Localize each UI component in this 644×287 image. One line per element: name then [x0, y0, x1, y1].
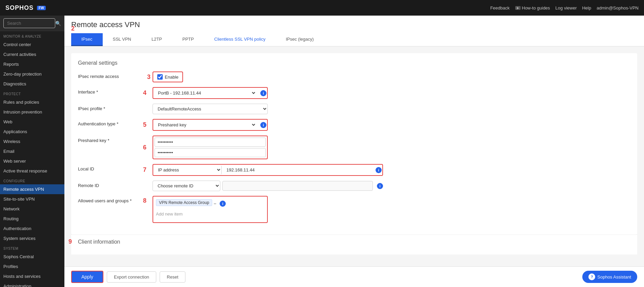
sidebar-item-web[interactable]: Web [0, 117, 64, 127]
remote-id-input[interactable] [222, 181, 373, 191]
ipsec-profile-row: IPsec profile * DefaultRemoteAccess [78, 104, 630, 114]
local-id-label: Local ID [78, 164, 153, 171]
sophos-assistant-button[interactable]: ? Sophos Assistant [582, 271, 637, 283]
assistant-question-icon: ? [588, 273, 595, 280]
sidebar-item-zero-day-protection[interactable]: Zero-day protection [0, 69, 64, 79]
local-id-row: Local ID 7 IP address FQDN Email DER ASN [78, 164, 630, 176]
sidebar-item-applications[interactable]: Applications [0, 127, 64, 137]
sidebar-item-remote-access-vpn[interactable]: Remote access VPN [0, 184, 64, 194]
step-4-callout: 4 [143, 89, 146, 97]
allowed-users-control: 8 VPN Remote Access Group − i Add new it… [153, 196, 390, 223]
interface-select[interactable]: PortB - 192.168.11.44 PortA - 192.168.1.… [154, 88, 256, 98]
sidebar-item-diagnostics[interactable]: Diagnostics [0, 79, 64, 89]
sidebar-item-system-services[interactable]: System services [0, 233, 64, 243]
local-id-type-select[interactable]: IP address FQDN Email DER ASN1 DN [154, 165, 222, 175]
top-bar-links: Feedback How-to guides Log viewer Help a… [490, 5, 639, 11]
local-id-info-icon[interactable]: i [376, 167, 382, 173]
ipsec-profile-label: IPsec profile * [78, 104, 153, 111]
sidebar-item-active-threat-response[interactable]: Active threat response [0, 166, 64, 176]
sidebar-item-control-center[interactable]: Control center [0, 40, 64, 49]
interface-info-icon[interactable]: i [260, 90, 266, 96]
interface-box: PortB - 192.168.11.44 PortA - 192.168.1.… [153, 87, 268, 99]
local-id-input[interactable] [224, 166, 371, 174]
tab-clientless-ssl-vpn-policy[interactable]: Clientless SSL VPN policy [204, 33, 276, 46]
sidebar-item-hosts-and-services[interactable]: Hosts and services [0, 271, 64, 281]
step-2-callout: 2 [71, 25, 75, 32]
step-8-callout: 8 [143, 197, 146, 204]
reset-button[interactable]: Reset [160, 271, 185, 283]
log-viewer-link[interactable]: Log viewer [556, 5, 577, 11]
main-content: Remote access VPN 2 IPsecSSL VPNL2TPPPTP… [64, 16, 644, 287]
add-new-item-button[interactable]: Add new item [156, 210, 264, 218]
remote-id-type-select[interactable]: Choose remote ID IP address FQDN [153, 181, 220, 191]
sidebar-item-email[interactable]: Email [0, 146, 64, 156]
local-id-box: IP address FQDN Email DER ASN1 DN i [153, 164, 383, 176]
sidebar: 🔍 MONITOR & ANALYZEControl centerCurrent… [0, 16, 64, 287]
search-input[interactable] [3, 18, 55, 28]
auth-type-control: 5 Preshared key Digital certificate RSA … [153, 119, 390, 131]
tabs-bar: IPsecSSL VPNL2TPPPTPClientless SSL VPN p… [71, 33, 637, 46]
interface-control: 4 PortB - 192.168.11.44 PortA - 192.168.… [153, 87, 390, 99]
allowed-users-label: Allowed users and groups * [78, 196, 153, 203]
video-icon [515, 6, 521, 10]
tab-ipsec[interactable]: IPsec [71, 33, 103, 46]
sidebar-item-sophos-central[interactable]: Sophos Central [0, 252, 64, 262]
admin-link[interactable]: admin@Sophos-VPN [597, 5, 639, 11]
sidebar-item-network[interactable]: Network [0, 204, 64, 214]
tab-l2tp[interactable]: L2TP [141, 33, 172, 46]
preshared-key-control: 6 [153, 136, 390, 159]
sidebar-section-label-protect: PROTECT [0, 89, 64, 97]
remote-id-label: Remote ID [78, 181, 153, 188]
tab-pptp[interactable]: PPTP [172, 33, 204, 46]
sidebar-item-routing[interactable]: Routing [0, 214, 64, 224]
client-info-section: 9 Client information [71, 234, 637, 254]
sidebar-item-profiles[interactable]: Profiles [0, 262, 64, 271]
sidebar-item-administration[interactable]: Administration [0, 281, 64, 287]
help-link[interactable]: Help [582, 5, 591, 11]
sidebar-item-site-to-site-vpn[interactable]: Site-to-site VPN [0, 194, 64, 204]
search-icon[interactable]: 🔍 [55, 21, 61, 26]
ipsec-remote-access-row: IPsec remote access 3 Enable [78, 71, 630, 82]
preshared-key-row: Preshared key * 6 [78, 136, 630, 159]
remote-id-info-icon[interactable]: i [377, 183, 383, 189]
client-info-title: Client information [78, 239, 630, 245]
form-section: General settings IPsec remote access 3 E… [71, 53, 637, 234]
content-area: General settings IPsec remote access 3 E… [64, 46, 644, 266]
preshared-key-input-2[interactable] [155, 148, 266, 157]
tab-ssl-vpn[interactable]: SSL VPN [103, 33, 141, 46]
sidebar-item-current-activities[interactable]: Current activities [0, 49, 64, 59]
allowed-users-row: Allowed users and groups * 8 VPN Remote … [78, 196, 630, 223]
search-box: 🔍 [0, 16, 64, 31]
sidebar-item-authentication[interactable]: Authentication [0, 224, 64, 233]
ipsec-remote-access-checkbox[interactable] [157, 74, 163, 80]
interface-row: Interface * 4 PortB - 192.168.11.44 Port… [78, 87, 630, 99]
tag-item-vpn-group: VPN Remote Access Group [156, 199, 212, 206]
apply-button[interactable]: Apply [71, 271, 103, 283]
auth-type-info-icon[interactable]: i [260, 122, 266, 128]
bottom-bar: Apply Export connection Reset ? Sophos A… [64, 266, 644, 287]
preshared-key-input-1[interactable] [155, 138, 266, 147]
sidebar-item-intrusion-prevention[interactable]: Intrusion prevention [0, 107, 64, 117]
sidebar-item-wireless[interactable]: Wireless [0, 137, 64, 146]
allowed-users-info-icon[interactable]: i [220, 201, 226, 207]
page-title: Remote access VPN [71, 20, 637, 29]
remote-id-box: Choose remote ID IP address FQDN i [153, 181, 383, 191]
remote-id-control: Choose remote ID IP address FQDN i [153, 181, 390, 191]
tab-ipsec-legacy[interactable]: IPsec (legacy) [276, 33, 324, 46]
auth-type-row: Authentication type * 5 Preshared key Di… [78, 119, 630, 131]
main-header: Remote access VPN 2 IPsecSSL VPNL2TPPPTP… [64, 16, 644, 46]
export-connection-button[interactable]: Export connection [107, 271, 156, 283]
sidebar-item-reports[interactable]: Reports [0, 59, 64, 69]
ipsec-profile-control: DefaultRemoteAccess [153, 104, 390, 114]
feedback-link[interactable]: Feedback [490, 5, 509, 11]
sidebar-item-rules-and-policies[interactable]: Rules and policies [0, 97, 64, 107]
step-5-callout: 5 [143, 121, 146, 128]
fw-badge: FW [37, 6, 46, 10]
tag-remove-button[interactable]: − [214, 201, 216, 206]
how-to-guides-link[interactable]: How-to guides [515, 5, 550, 11]
auth-type-select[interactable]: Preshared key Digital certificate RSA ke… [154, 120, 256, 129]
enable-box: 3 Enable [153, 71, 183, 82]
sidebar-item-web-server[interactable]: Web server [0, 156, 64, 166]
ipsec-profile-select[interactable]: DefaultRemoteAccess [153, 104, 268, 114]
auth-type-box: Preshared key Digital certificate RSA ke… [153, 119, 268, 131]
